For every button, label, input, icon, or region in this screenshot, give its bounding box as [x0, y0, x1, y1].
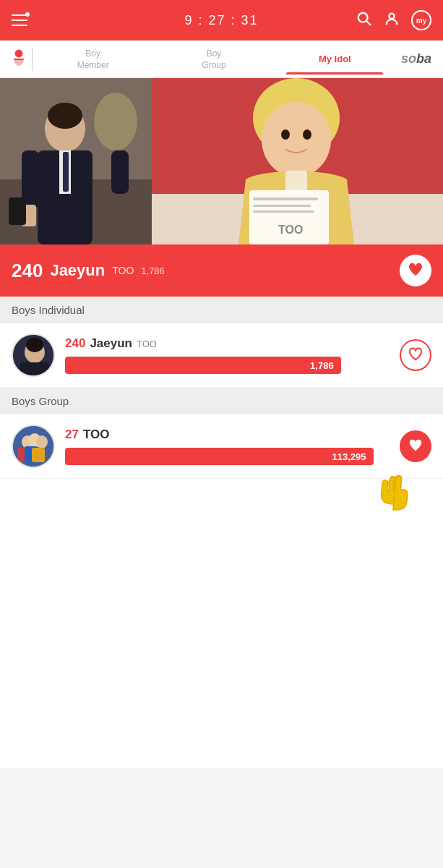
person-filter-icon[interactable]	[12, 48, 26, 70]
svg-point-21	[262, 102, 331, 177]
svg-text:TOO: TOO	[278, 224, 303, 236]
my-button[interactable]: my	[411, 10, 431, 30]
hero-section: TOO	[0, 78, 443, 244]
svg-rect-12	[63, 152, 69, 192]
hero-image-right: TOO	[152, 78, 443, 244]
banner-name: Jaeyun	[50, 261, 105, 280]
individual-content: 240 Jaeyun TOO 1,786	[65, 336, 390, 374]
individual-avatar	[12, 333, 55, 377]
svg-point-7	[94, 93, 137, 150]
svg-point-37	[36, 435, 48, 448]
tab-bar: BoyMember BoyGroup My Idol soba	[0, 41, 443, 78]
individual-vote-count: 1,786	[310, 360, 334, 371]
svg-point-23	[303, 129, 311, 140]
tab-boy-group[interactable]: BoyGroup	[153, 41, 274, 78]
hero-image-left	[0, 78, 152, 244]
hamburger-menu-button[interactable]	[12, 14, 27, 26]
svg-point-3	[15, 50, 22, 57]
individual-vote-bar: 1,786	[65, 357, 341, 374]
svg-rect-24	[285, 171, 307, 192]
svg-rect-28	[253, 210, 314, 213]
tab-soba[interactable]: soba	[395, 51, 437, 67]
status-bar-time: 9 : 27 : 31	[184, 13, 258, 28]
svg-rect-27	[253, 205, 311, 207]
individual-heart-button[interactable]	[400, 339, 431, 371]
group-content: 27 TOO 113,295	[65, 427, 390, 465]
svg-line-1	[366, 21, 370, 25]
group-section-wrapper: 27 TOO 113,295	[0, 414, 443, 479]
svg-rect-33	[20, 362, 49, 377]
boys-individual-section-header: Boys Individual	[0, 297, 443, 323]
svg-point-2	[389, 13, 394, 18]
heart-icon	[408, 262, 423, 280]
banner-votes: 1,786	[141, 265, 165, 276]
search-icon[interactable]	[356, 11, 372, 30]
hero-banner: 240 Jaeyun TOO 1,786	[0, 244, 443, 297]
banner-group: TOO	[112, 265, 134, 276]
group-heart-button[interactable]	[400, 430, 431, 462]
svg-rect-16	[9, 197, 26, 225]
svg-rect-14	[111, 150, 129, 194]
heart-filled-icon	[408, 438, 423, 454]
svg-point-32	[26, 338, 43, 352]
individual-name-row: 240 Jaeyun TOO	[65, 336, 390, 351]
individual-name: Jaeyun	[90, 336, 132, 351]
group-name-row: 27 TOO	[65, 427, 390, 442]
individual-rank: 240	[65, 336, 85, 351]
svg-rect-40	[32, 448, 45, 462]
bottom-space	[0, 479, 443, 768]
banner-rank: 240	[12, 260, 43, 282]
tab-boy-member[interactable]: BoyMember	[33, 41, 153, 78]
filter-icon-section	[6, 48, 33, 71]
header-icons: my	[356, 10, 431, 30]
group-list-item: 27 TOO 113,295	[0, 414, 443, 479]
group-vote-count: 113,295	[332, 451, 366, 462]
individual-group-tag: TOO	[137, 339, 157, 349]
group-vote-bar: 113,295	[65, 448, 374, 465]
notification-dot	[25, 12, 30, 17]
heart-outline-icon	[408, 347, 423, 363]
header-left	[12, 14, 27, 26]
individual-list-item: 240 Jaeyun TOO 1,786	[0, 323, 443, 388]
svg-point-22	[281, 129, 290, 140]
boys-group-section-header: Boys Group	[0, 388, 443, 414]
tab-my-idol[interactable]: My Idol	[275, 43, 395, 75]
profile-icon[interactable]	[384, 11, 400, 30]
banner-info: 240 Jaeyun TOO 1,786	[12, 260, 165, 282]
app-header: 9 : 27 : 31 my	[0, 0, 443, 41]
group-name: TOO	[83, 427, 110, 442]
group-rank: 27	[65, 427, 79, 442]
svg-rect-26	[253, 197, 318, 200]
banner-heart-button[interactable]	[400, 255, 431, 286]
svg-point-9	[48, 103, 82, 129]
group-avatar	[12, 425, 55, 468]
